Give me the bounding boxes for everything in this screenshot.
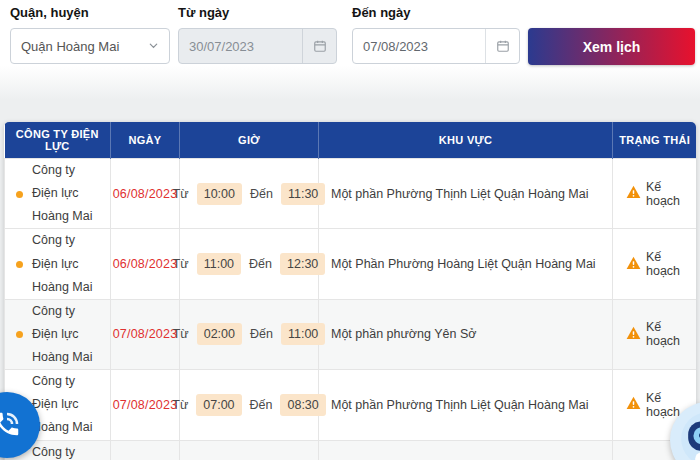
col-header-status: TRẠNG THÁI — [613, 122, 697, 159]
time-to-label: Đến — [249, 257, 272, 271]
time-from-chip: 11:00 — [197, 253, 241, 275]
warning-triangle-icon — [626, 396, 641, 413]
company-name: Công ty Điện lực Hoàng Mai — [32, 304, 92, 364]
table-row: Công ty Điện lực Hoàng Mai 07/08/2023 Từ… — [5, 440, 697, 460]
bullet-icon — [16, 261, 23, 268]
time-from-label: Từ — [172, 398, 188, 412]
time-from-chip: 02:00 — [197, 323, 242, 345]
district-select[interactable]: Quận Hoàng Mai — [10, 28, 170, 64]
company-name: Công ty Điện lực Hoàng Mai — [32, 233, 92, 293]
from-date-value: 30/07/2023 — [179, 29, 302, 63]
time-to-chip: 11:30 — [281, 183, 325, 205]
table-row: Công ty Điện lực Hoàng Mai 06/08/2023 Từ… — [5, 159, 697, 229]
to-date-input[interactable]: 07/08/2023 — [352, 28, 520, 64]
warning-triangle-icon — [626, 185, 641, 202]
col-header-area: KHU VỰC — [319, 122, 613, 159]
calendar-icon — [485, 29, 519, 63]
bullet-icon — [16, 331, 23, 338]
time-from-label: Từ — [173, 327, 189, 341]
from-date-label: Từ ngày — [178, 5, 229, 20]
outage-date: 07/08/2023 — [113, 327, 178, 341]
status-badge: Kế hoạch — [646, 250, 695, 278]
status-badge: Kế hoạch — [646, 320, 695, 348]
chevron-down-icon — [148, 39, 159, 54]
calendar-icon — [302, 29, 336, 63]
phone-waves-icon — [0, 409, 22, 442]
view-schedule-button[interactable]: Xem lịch — [528, 28, 695, 65]
outage-area: Một phần Phường Thịnh Liệt Quận Hoàng Ma… — [331, 398, 588, 412]
from-date-input[interactable]: 30/07/2023 — [178, 28, 337, 64]
robot-chatbot-icon — [680, 411, 700, 460]
company-name: Công ty Điện lực Hoàng Mai — [32, 374, 92, 434]
outage-date: 06/08/2023 — [113, 257, 178, 271]
table-row: Công ty Điện lực Hoàng Mai 07/08/2023 Từ… — [5, 299, 697, 369]
to-date-label: Đến ngày — [352, 5, 411, 20]
table-row: Công ty Điện lực Hoàng Mai 06/08/2023 Từ… — [5, 229, 697, 299]
warning-triangle-icon — [626, 326, 641, 343]
outage-schedule-table: CÔNG TY ĐIỆN LỰC NGÀY GIỜ KHU VỰC TRẠNG … — [4, 122, 696, 460]
time-to-chip: 11:00 — [281, 323, 325, 345]
table-header: CÔNG TY ĐIỆN LỰC NGÀY GIỜ KHU VỰC TRẠNG … — [5, 122, 697, 159]
col-header-company: CÔNG TY ĐIỆN LỰC — [5, 122, 111, 159]
time-to-chip: 08:30 — [280, 394, 325, 416]
outage-date: 06/08/2023 — [113, 187, 178, 201]
time-to-chip: 12:30 — [280, 253, 325, 275]
status-badge: Kế hoạch — [646, 180, 695, 208]
col-header-date: NGÀY — [111, 122, 180, 159]
district-label: Quận, huyện — [10, 5, 89, 20]
time-from-label: Từ — [173, 257, 189, 271]
company-name: Công ty Điện lực Hoàng Mai — [32, 163, 92, 223]
time-to-label: Đến — [250, 187, 273, 201]
col-header-time: GIỜ — [180, 122, 319, 159]
warning-triangle-icon — [626, 256, 641, 273]
time-from-chip: 10:00 — [197, 183, 242, 205]
to-date-value: 07/08/2023 — [353, 29, 485, 63]
time-from-label: Từ — [173, 187, 189, 201]
company-name: Công ty Điện lực Hoàng Mai — [32, 445, 92, 460]
time-to-label: Đến — [250, 398, 273, 412]
time-from-chip: 07:00 — [196, 394, 241, 416]
filter-bar: Quận, huyện Từ ngày Đến ngày Quận Hoàng … — [0, 0, 700, 96]
schedule-table-body: Công ty Điện lực Hoàng Mai 06/08/2023 Từ… — [5, 159, 697, 460]
time-to-label: Đến — [250, 327, 273, 341]
outage-area: Một phần phường Yên Sở — [331, 327, 476, 341]
bullet-icon — [16, 191, 23, 198]
outage-area: Một phần Phường Thịnh Liệt Quận Hoàng Ma… — [331, 187, 588, 201]
district-select-value: Quận Hoàng Mai — [21, 39, 119, 54]
table-row: Công ty Điện lực Hoàng Mai 07/08/2023 Từ… — [5, 370, 697, 440]
outage-area: Một Phần Phường Hoàng Liệt Quận Hoàng Ma… — [331, 257, 596, 271]
outage-date: 07/08/2023 — [113, 398, 178, 412]
